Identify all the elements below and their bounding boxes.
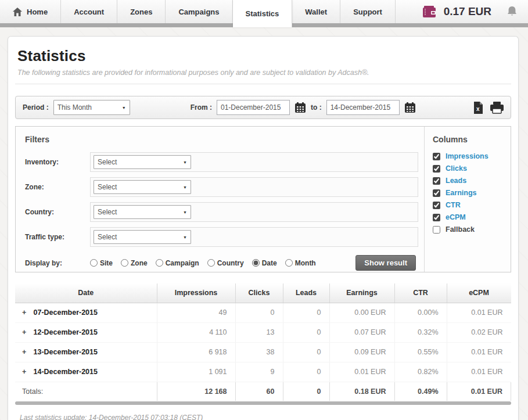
radio-country[interactable]: Country — [207, 259, 244, 267]
top-navigation: Home Account Zones Campaigns Statistics … — [0, 0, 528, 27]
header-date: Date — [15, 283, 157, 303]
nav-tab-wallet[interactable]: Wallet — [292, 0, 340, 23]
zone-select[interactable]: Select — [94, 180, 191, 194]
period-select-wrap: This Month — [53, 100, 130, 115]
earnings-checkbox[interactable] — [433, 189, 440, 197]
header-clicks: Clicks — [235, 283, 283, 303]
traffic-type-select[interactable]: Select — [94, 230, 191, 244]
radio-date-input[interactable] — [252, 259, 260, 267]
title-divider — [15, 84, 511, 84]
column-toggle-earnings[interactable]: Earnings — [433, 189, 506, 197]
radio-site-input[interactable] — [90, 259, 98, 267]
leads-cell: 0 — [283, 362, 329, 382]
ecpm-cell: 0.02 EUR — [447, 322, 511, 342]
column-toggle-clicks[interactable]: Clicks — [433, 164, 506, 173]
header-ctr: CTR — [394, 283, 447, 303]
totals-leads: 0 — [283, 382, 329, 401]
totals-earnings: 0.18 EUR — [329, 382, 394, 401]
impressions-cell: 49 — [157, 303, 235, 322]
radio-campaign-input[interactable] — [156, 259, 163, 267]
radio-site[interactable]: Site — [90, 259, 113, 267]
inventory-select[interactable]: Select — [94, 155, 191, 169]
nav-tab-label: Support — [353, 8, 382, 16]
fallback-checkbox[interactable] — [433, 226, 440, 234]
leads-cell: 0 — [283, 303, 329, 322]
expand-row-button[interactable]: + — [22, 348, 31, 356]
column-toggle-fallback[interactable]: Fallback — [433, 225, 506, 234]
radio-zone-input[interactable] — [121, 259, 128, 267]
clicks-cell: 0 — [235, 303, 283, 322]
clicks-cell: 9 — [235, 362, 283, 382]
ecpm-cell: 0.01 EUR — [447, 342, 511, 362]
period-toolbar: Period : This Month From : to : — [15, 96, 511, 119]
column-toggle-leads[interactable]: Leads — [433, 177, 506, 185]
ecpm-checkbox[interactable] — [433, 214, 440, 221]
earnings-cell: 0.09 EUR — [329, 342, 394, 362]
expand-row-button[interactable]: + — [22, 368, 31, 376]
leads-cell: 0 — [283, 322, 329, 342]
nav-right-section: 0.17 EUR — [423, 0, 528, 23]
nav-tab-label: Statistics — [246, 9, 279, 18]
nav-tab-home[interactable]: Home — [0, 0, 61, 23]
country-select[interactable]: Select — [94, 205, 191, 219]
column-toggle-ctr[interactable]: CTR — [433, 201, 506, 209]
earnings-cell: 0.00 EUR — [329, 303, 394, 322]
traffic-type-label: Traffic type: — [25, 233, 90, 241]
clicks-checkbox[interactable] — [433, 165, 440, 173]
bell-icon[interactable] — [507, 6, 518, 17]
page-subtitle: The following statistics are provided fo… — [17, 69, 511, 77]
wallet-balance[interactable]: 0.17 EUR — [423, 5, 491, 18]
impressions-checkbox[interactable] — [433, 153, 440, 160]
nav-tab-account[interactable]: Account — [61, 0, 117, 23]
page-title: Statistics — [17, 47, 511, 65]
filters-columns-box: Filters Inventory: Select Zone: Select C… — [15, 126, 511, 272]
radio-month-input[interactable] — [285, 259, 293, 267]
column-toggle-impressions[interactable]: Impressions — [433, 152, 506, 160]
radio-month[interactable]: Month — [285, 259, 316, 267]
header-ecpm: eCPM — [447, 283, 511, 303]
table-row: + 12-December-2015 4 110 13 0 0.07 EUR 0… — [15, 322, 511, 342]
column-toggle-ecpm[interactable]: eCPM — [433, 213, 506, 221]
ecpm-cell: 0.01 EUR — [447, 362, 511, 382]
nav-tab-label: Wallet — [305, 8, 327, 16]
show-result-button[interactable]: Show result — [355, 255, 416, 271]
filter-row-inventory: Inventory: Select — [25, 152, 418, 172]
date-cell: + 13-December-2015 — [15, 342, 157, 362]
radio-campaign[interactable]: Campaign — [156, 259, 199, 267]
clicks-cell: 13 — [235, 322, 283, 342]
export-group: x — [473, 102, 504, 114]
filter-row-zone: Zone: Select — [25, 177, 418, 197]
expand-row-button[interactable]: + — [22, 328, 31, 336]
calendar-icon[interactable] — [404, 102, 416, 113]
display-by-row: Display by: Site Zone Campaign — [25, 255, 418, 271]
totals-ecpm: 0.01 EUR — [447, 382, 511, 401]
to-date-input[interactable] — [326, 100, 400, 115]
print-icon[interactable] — [490, 102, 504, 114]
radio-zone[interactable]: Zone — [121, 259, 148, 267]
radio-country-input[interactable] — [207, 259, 215, 267]
leads-checkbox[interactable] — [433, 177, 440, 185]
from-label: From : — [191, 103, 212, 112]
expand-row-button[interactable]: + — [22, 308, 31, 317]
date-cell: + 07-December-2015 — [15, 303, 157, 322]
filters-section: Filters Inventory: Select Zone: Select C… — [16, 127, 425, 272]
nav-tab-campaigns[interactable]: Campaigns — [166, 0, 232, 23]
ctr-cell: 0.00% — [394, 303, 447, 322]
ctr-cell: 0.82% — [394, 362, 447, 382]
balance-amount: 0.17 EUR — [444, 5, 491, 18]
nav-tab-zones[interactable]: Zones — [117, 0, 166, 23]
period-select[interactable]: This Month — [53, 100, 130, 115]
from-date-input[interactable] — [217, 100, 290, 115]
excel-export-icon[interactable]: x — [473, 102, 483, 114]
nav-tab-statistics[interactable]: Statistics — [233, 0, 293, 27]
display-by-options: Site Zone Campaign Country — [90, 259, 316, 267]
filters-heading: Filters — [25, 135, 418, 144]
nav-tab-label: Zones — [130, 8, 152, 16]
calendar-icon[interactable] — [294, 102, 306, 113]
nav-tab-support[interactable]: Support — [340, 0, 396, 23]
table-row: + 13-December-2015 6 918 38 0 0.09 EUR 0… — [15, 342, 511, 362]
table-scrollbar[interactable] — [15, 401, 511, 405]
impressions-cell: 1 091 — [157, 362, 235, 382]
radio-date[interactable]: Date — [252, 259, 277, 267]
ctr-checkbox[interactable] — [433, 202, 440, 209]
